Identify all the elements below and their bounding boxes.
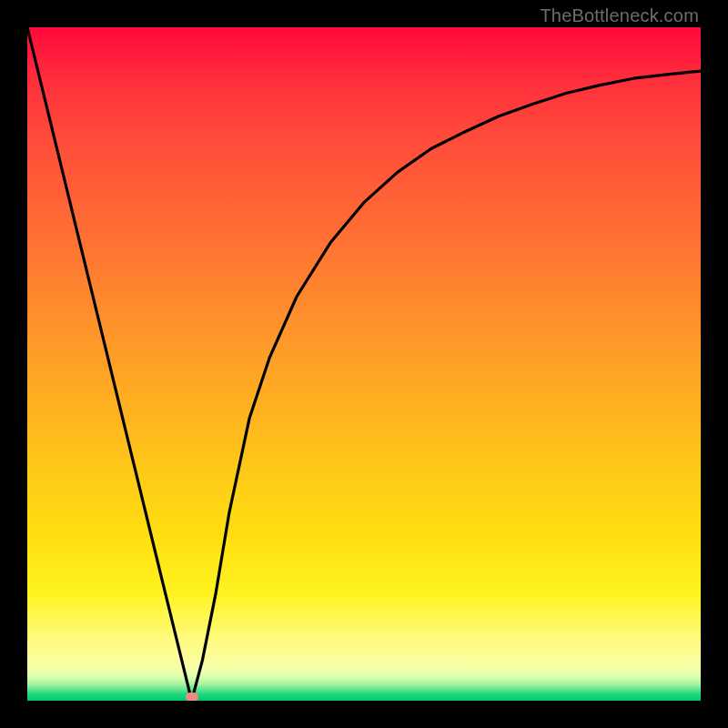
watermark-text: TheBottleneck.com	[540, 5, 699, 26]
chart-frame: TheBottleneck.com	[0, 0, 728, 728]
curve-layer	[27, 27, 701, 701]
bottleneck-curve	[27, 27, 701, 701]
plot-area	[27, 27, 701, 701]
min-marker	[186, 693, 198, 701]
